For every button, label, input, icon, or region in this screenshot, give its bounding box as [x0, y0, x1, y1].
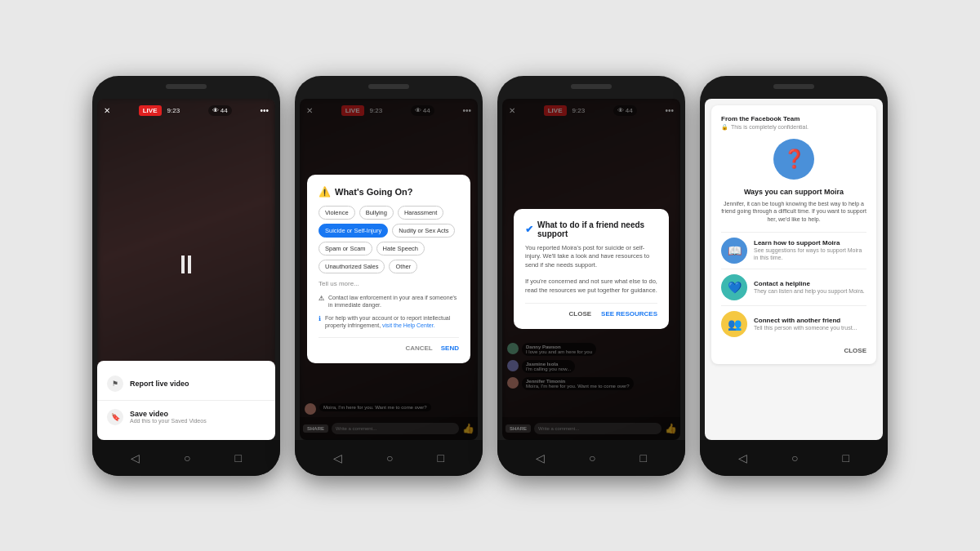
confirm-title-text: What to do if a friend needs support — [537, 220, 657, 238]
close-icon-1[interactable]: ✕ — [104, 106, 110, 115]
confirm-body-1: You reported Moira's post for suicide or… — [525, 244, 657, 270]
info-icon: ℹ — [318, 315, 321, 322]
resource-item-2[interactable]: 💙 Contact a helpline They can listen and… — [721, 269, 866, 305]
back-icon-4[interactable]: ◁ — [738, 451, 747, 464]
confirm-card-3: ✔ What to do if a friend needs support Y… — [514, 209, 669, 330]
lock-icon-4: 🔒 — [721, 124, 728, 131]
tag-other[interactable]: Other — [389, 260, 417, 273]
live-viewers-1: 👁 44 — [208, 105, 232, 116]
modal-overlay-3: ✔ What to do if a friend needs support Y… — [502, 99, 680, 440]
square-icon-4[interactable]: □ — [843, 451, 849, 464]
tag-harassment[interactable]: Harassment — [398, 206, 443, 220]
phone-3: ✕ LIVE 9:23 👁 44 ••• Danny Pawson I lo — [497, 76, 685, 476]
fb-card-desc: Jennifer, it can be tough knowing the be… — [721, 200, 866, 224]
phone-2: ✕ LIVE 9:23 👁 44 ••• ⚠️ What's Going On? — [295, 76, 483, 476]
tag-nudity[interactable]: Nudity or Sex Acts — [392, 224, 455, 238]
home-icon-4[interactable]: ○ — [791, 451, 798, 464]
fb-card-subtitle-text: This is completely confidential. — [731, 124, 808, 130]
menu-divider-1 — [97, 400, 275, 401]
tag-spam[interactable]: Spam or Scam — [318, 242, 372, 256]
save-subtitle: Add this to your Saved Videos — [130, 418, 207, 424]
resource-item-1[interactable]: 📖 Learn how to support Moira See suggest… — [721, 232, 866, 269]
tags-grid-2: Violence Bullying Harassment Suicide or … — [318, 206, 459, 273]
nav-bar-1: ◁ ○ □ — [92, 440, 280, 476]
tell-more-2: Tell us more... — [318, 280, 459, 287]
fb-card-footer: CLOSE — [721, 342, 866, 354]
warning-row-2: ℹ For help with your account or to repor… — [318, 314, 459, 329]
heart-icon-wrap: ❓ — [721, 139, 866, 180]
resource-title-3: Connect with another friend — [754, 317, 857, 324]
warning-triangle-icon: ⚠ — [318, 295, 324, 302]
report-icon: ⚑ — [107, 375, 123, 392]
tag-suicide[interactable]: Suicide or Self-Injury — [318, 224, 388, 238]
back-icon-3[interactable]: ◁ — [536, 451, 545, 464]
whats-going-on-modal: ⚠️ What's Going On? Violence Bullying Ha… — [307, 175, 470, 362]
resource-desc-1: See suggestions for ways to support Moir… — [754, 247, 866, 261]
back-icon-1[interactable]: ◁ — [131, 451, 140, 464]
more-icon-1[interactable]: ••• — [260, 106, 269, 115]
confirm-actions-3: CLOSE SEE RESOURCES — [525, 303, 657, 318]
confirm-body-2: If you're concerned and not sure what el… — [525, 278, 657, 295]
send-button-2[interactable]: SEND — [441, 344, 459, 352]
menu-item-report[interactable]: ⚑ Report live video — [97, 369, 275, 398]
close-button-4[interactable]: CLOSE — [844, 347, 866, 354]
bottom-menu-1: ⚑ Report live video 🔖 Save video Add thi… — [97, 361, 275, 440]
home-icon-1[interactable]: ○ — [184, 451, 190, 464]
connect-icon: 👥 — [721, 311, 747, 337]
warning-rows-2: ⚠ Contact law enforcement in your area i… — [318, 294, 459, 328]
learn-icon: 📖 — [721, 238, 747, 264]
fb-card-header: From the Facebook Team — [721, 115, 866, 122]
viewer-count-1: 44 — [220, 107, 228, 114]
phone-4-screen: From the Facebook Team 🔒 This is complet… — [705, 99, 883, 440]
live-time-1: 9:23 — [167, 107, 180, 114]
square-icon-1[interactable]: □ — [235, 451, 242, 464]
fb-card-subtitle: 🔒 This is completely confidential. — [721, 124, 866, 131]
confirm-check-icon: ✔ — [525, 224, 533, 235]
resource-title-2: Contact a helpline — [754, 280, 865, 287]
tag-sales[interactable]: Unauthorized Sales — [318, 260, 385, 273]
resource-title-1: Learn how to support Moira — [754, 239, 866, 247]
square-icon-2[interactable]: □ — [438, 451, 444, 464]
square-icon-3[interactable]: □ — [640, 451, 647, 464]
phone-1-screen: ✕ LIVE 9:23 👁 44 ••• ⏸ ❤️ 😍 😮 😂 — [97, 99, 275, 440]
tag-violence[interactable]: Violence — [318, 206, 355, 220]
save-title: Save video — [130, 410, 207, 418]
warning-text-2: For help with your account or to report … — [325, 314, 459, 329]
home-icon-3[interactable]: ○ — [589, 451, 595, 464]
resource-item-3[interactable]: 👥 Connect with another friend Tell this … — [721, 305, 866, 342]
warning-title-icon: ⚠️ — [318, 186, 331, 198]
report-title: Report live video — [130, 380, 189, 388]
phones-container: ✕ LIVE 9:23 👁 44 ••• ⏸ ❤️ 😍 😮 😂 — [92, 76, 888, 476]
menu-item-save[interactable]: 🔖 Save video Add this to your Saved Vide… — [97, 402, 275, 432]
confirm-title-3: ✔ What to do if a friend needs support — [525, 220, 657, 238]
modal-title-2: ⚠️ What's Going On? — [318, 186, 459, 198]
fb-support-card: From the Facebook Team 🔒 This is complet… — [711, 105, 876, 364]
resource-desc-2: They can listen and help you support Moi… — [754, 287, 865, 295]
phone-2-screen: ✕ LIVE 9:23 👁 44 ••• ⚠️ What's Going On? — [300, 99, 478, 440]
live-badge-1: LIVE — [139, 105, 162, 116]
pause-icon-1[interactable]: ⏸ — [173, 249, 199, 279]
see-resources-button[interactable]: SEE RESOURCES — [601, 310, 657, 318]
phone-3-screen: ✕ LIVE 9:23 👁 44 ••• Danny Pawson I lo — [502, 99, 680, 440]
phone-1: ✕ LIVE 9:23 👁 44 ••• ⏸ ❤️ 😍 😮 😂 — [92, 76, 280, 476]
save-icon: 🔖 — [107, 409, 123, 425]
help-center-link[interactable]: visit the Help Center. — [382, 322, 435, 328]
live-header-1: ✕ LIVE 9:23 👁 44 ••• — [97, 102, 275, 119]
nav-bar-4: ◁ ○ □ — [700, 440, 888, 476]
warning-text-1: Contact law enforcement in your area if … — [328, 294, 459, 309]
fb-card-title: Ways you can support Moira — [721, 188, 866, 196]
home-icon-2[interactable]: ○ — [386, 451, 393, 464]
modal-actions-2: CANCEL SEND — [318, 337, 459, 352]
tag-hate[interactable]: Hate Speech — [376, 242, 425, 256]
resource-desc-3: Tell this person with someone you trust.… — [754, 324, 857, 331]
close-button-3[interactable]: CLOSE — [569, 310, 592, 318]
helpline-icon: 💙 — [721, 274, 747, 300]
eye-icon-1: 👁 — [212, 107, 219, 114]
nav-bar-3: ◁ ○ □ — [497, 440, 685, 476]
modal-overlay-2: ⚠️ What's Going On? Violence Bullying Ha… — [300, 99, 478, 440]
heart-question-icon: ❓ — [773, 139, 814, 180]
back-icon-2[interactable]: ◁ — [333, 451, 342, 464]
tag-bullying[interactable]: Bullying — [359, 206, 394, 220]
warning-row-1: ⚠ Contact law enforcement in your area i… — [318, 294, 459, 309]
cancel-button-2[interactable]: CANCEL — [405, 344, 432, 352]
